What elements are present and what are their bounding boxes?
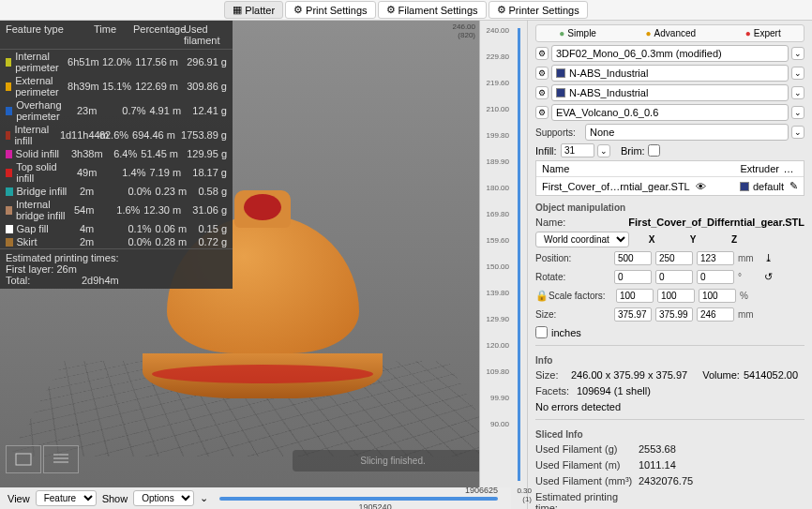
brim-checkbox[interactable]: [648, 144, 660, 157]
ruler-tick: 199.80: [487, 131, 509, 140]
ruler-tick: 150.00: [487, 262, 509, 271]
legend-panel: Feature type Time Percentage Used filame…: [0, 21, 233, 289]
mode-selector: Simple Advanced Expert: [535, 24, 804, 42]
object-row[interactable]: First_Cover_of…rntial_gear.STL 👁 default…: [536, 177, 804, 195]
legend-hdr-pct: Percentage: [133, 23, 180, 46]
view-mode-layers[interactable]: [43, 445, 79, 473]
show-label: Show: [102, 493, 128, 504]
gear-icon[interactable]: ⚙: [535, 47, 549, 60]
ruler-tick: 189.90: [487, 157, 509, 166]
mode-simple[interactable]: Simple: [555, 27, 600, 39]
view-mode-3d[interactable]: [6, 445, 41, 473]
z-top-label: 246.00 (820): [453, 22, 475, 39]
horizontal-move-slider[interactable]: 1906625 1905240: [219, 497, 498, 501]
ruler-tick: 240.00: [487, 26, 509, 35]
legend-row[interactable]: Internal bridge infill54m1.6%12.30 m 31.…: [0, 198, 233, 222]
ruler-tick: 210.00: [487, 105, 509, 113]
tab-print-settings[interactable]: ⚙Print Settings: [285, 1, 375, 19]
legend-row[interactable]: Skirt2m0.0%0.28 m 0.72 g: [0, 235, 233, 248]
drop-to-bed-icon[interactable]: ⤓: [764, 252, 773, 264]
coord-system-select[interactable]: World coordinates: [535, 232, 629, 247]
rot-x[interactable]: [614, 270, 652, 284]
legend-hdr-fil: Used filament: [180, 23, 227, 46]
ruler-tick: 99.90: [490, 394, 509, 402]
show-select[interactable]: Options: [133, 490, 194, 506]
print-profile-select[interactable]: 3DF02_Mono_06_0.3mm (modified): [551, 45, 789, 62]
viewport-3d[interactable]: Feature type Time Percentage Used filame…: [0, 21, 511, 509]
ruler-tick: 90.00: [490, 420, 509, 428]
ruler-tick: 219.60: [487, 79, 509, 87]
legend-row[interactable]: Internal perimeter6h51m12.0%117.56 m 296…: [0, 50, 233, 74]
chevron-down-icon[interactable]: ⌄: [791, 67, 804, 80]
edit-icon[interactable]: ✎: [789, 180, 798, 192]
scale-z[interactable]: [699, 289, 736, 303]
mode-expert[interactable]: Expert: [742, 27, 785, 39]
pos-z[interactable]: [697, 251, 734, 265]
view-select[interactable]: Feature: [36, 490, 97, 506]
pos-x[interactable]: [614, 251, 652, 265]
size-x[interactable]: [614, 307, 652, 322]
chevron-down-icon[interactable]: ⌄: [200, 492, 208, 504]
printer-select[interactable]: EVA_Volcano_0.6_0.6: [551, 104, 789, 121]
ruler-tick: 139.80: [487, 289, 509, 297]
gear-icon[interactable]: ⚙: [535, 106, 549, 119]
eye-icon[interactable]: 👁: [696, 181, 706, 192]
mode-advanced[interactable]: Advanced: [642, 27, 700, 39]
legend-hdr-type: Feature type: [6, 23, 94, 46]
gear-icon[interactable]: ⚙: [535, 67, 549, 80]
status-toast: Slicing finished.: [293, 450, 493, 472]
object-list: Name Extruder … First_Cover_of…rntial_ge…: [535, 160, 804, 196]
tab-platter[interactable]: ▦Platter: [224, 1, 283, 19]
ruler-tick: 159.60: [487, 236, 509, 245]
legend-row[interactable]: Bridge infill2m0.0%0.23 m 0.58 g: [0, 185, 233, 198]
legend-row[interactable]: Solid infill3h38m6.4%51.45 m 129.95 g: [0, 147, 233, 160]
chevron-down-icon[interactable]: ⌄: [791, 106, 804, 119]
tab-printer-settings[interactable]: ⚙Printer Settings: [489, 1, 588, 19]
svg-rect-0: [16, 454, 31, 465]
ruler-tick: 169.80: [487, 210, 509, 218]
chevron-down-icon[interactable]: ⌄: [597, 144, 610, 157]
reset-rotation-icon[interactable]: ↺: [764, 271, 773, 283]
chevron-down-icon[interactable]: ⌄: [791, 86, 804, 99]
size-z[interactable]: [697, 307, 734, 322]
legend-row[interactable]: Top solid infill49m1.4%7.19 m 18.17 g: [0, 160, 233, 185]
filament-1-select[interactable]: N-ABS_Industrial: [551, 65, 789, 82]
ruler-tick: 109.80: [487, 367, 509, 376]
gear-icon[interactable]: ⚙: [535, 86, 549, 99]
infill-input[interactable]: [561, 143, 594, 157]
z-bot-label: 0.30 (1): [505, 487, 532, 503]
layer-slider-track[interactable]: 0.30 (1): [511, 21, 528, 509]
inches-checkbox[interactable]: [535, 326, 548, 338]
rot-z[interactable]: [697, 270, 734, 284]
ruler-tick: 229.80: [487, 52, 509, 61]
legend-hdr-time: Time: [94, 23, 133, 46]
main-toolbar: ▦Platter ⚙Print Settings ⚙Filament Setti…: [0, 0, 812, 21]
chevron-down-icon[interactable]: ⌄: [791, 47, 804, 60]
chevron-down-icon[interactable]: ⌄: [791, 126, 804, 139]
rot-y[interactable]: [655, 270, 693, 284]
legend-row[interactable]: External perimeter8h39m15.1%122.69 m 309…: [0, 74, 233, 98]
ruler-tick: 180.00: [487, 184, 509, 192]
legend-row[interactable]: Internal infill1d11h44m62.6%694.46 m 175…: [0, 123, 233, 147]
lock-icon[interactable]: 🔒: [535, 290, 545, 302]
scale-y[interactable]: [657, 289, 695, 303]
legend-est-label: Estimated printing times:: [6, 252, 227, 263]
legend-row[interactable]: Gap fill4m0.1%0.06 m 0.15 g: [0, 222, 233, 235]
pos-y[interactable]: [655, 251, 693, 265]
supports-select[interactable]: None: [585, 124, 789, 141]
filament-2-select[interactable]: N-ABS_Industrial: [551, 84, 789, 101]
legend-row[interactable]: Overhang perimeter23m0.7%4.91 m 12.41 g: [0, 98, 233, 123]
size-y[interactable]: [655, 307, 693, 322]
view-label: View: [8, 493, 30, 504]
scale-x[interactable]: [616, 289, 654, 303]
ruler-tick: 129.90: [487, 315, 509, 323]
z-ruler: 240.00229.80219.60210.00199.80189.90180.…: [479, 21, 511, 509]
tab-filament-settings[interactable]: ⚙Filament Settings: [378, 1, 487, 19]
ruler-tick: 120.00: [487, 341, 509, 350]
